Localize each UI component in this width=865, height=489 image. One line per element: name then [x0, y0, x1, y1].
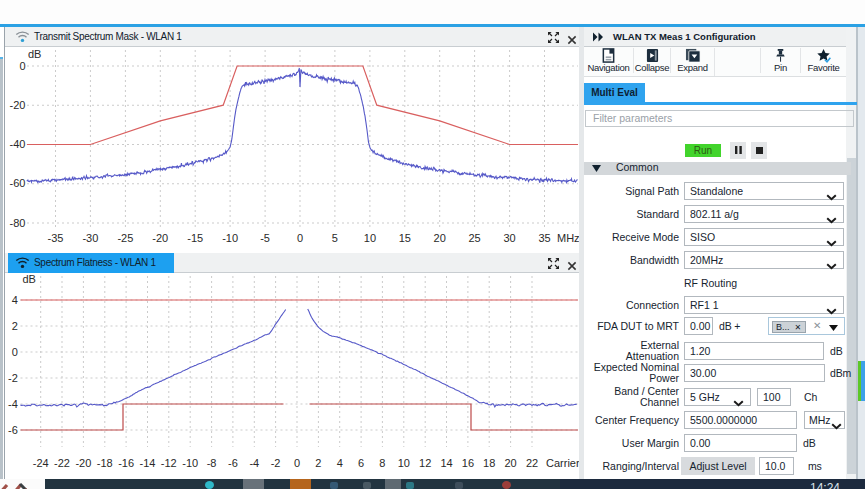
svg-text:-20: -20 [10, 99, 26, 111]
svg-text:dB: dB [28, 48, 41, 60]
svg-text:-18: -18 [97, 457, 113, 469]
svg-text:-60: -60 [10, 177, 26, 189]
svg-text:0: 0 [294, 457, 300, 469]
svg-text:-10: -10 [182, 457, 198, 469]
svg-text:15: 15 [399, 232, 411, 244]
svg-text:-30: -30 [82, 232, 98, 244]
svg-text:4: 4 [12, 294, 18, 306]
svg-text:-22: -22 [54, 457, 70, 469]
svg-text:-40: -40 [10, 138, 26, 150]
svg-text:-35: -35 [48, 232, 64, 244]
svg-text:4: 4 [337, 457, 343, 469]
svg-text:16: 16 [462, 457, 474, 469]
svg-text:0: 0 [19, 60, 25, 72]
svg-text:-20: -20 [75, 457, 91, 469]
svg-text:14: 14 [440, 457, 452, 469]
svg-text:2: 2 [315, 457, 321, 469]
svg-text:-12: -12 [161, 457, 177, 469]
svg-text:-8: -8 [207, 457, 217, 469]
svg-text:25: 25 [468, 232, 480, 244]
svg-text:20: 20 [434, 232, 446, 244]
svg-text:8: 8 [379, 457, 385, 469]
svg-text:-2: -2 [271, 457, 281, 469]
svg-text:2: 2 [12, 320, 18, 332]
svg-text:dB: dB [23, 273, 36, 285]
svg-text:-15: -15 [187, 232, 203, 244]
svg-text:20: 20 [504, 457, 516, 469]
svg-text:0: 0 [12, 346, 18, 358]
svg-text:5: 5 [332, 232, 338, 244]
svg-text:-24: -24 [33, 457, 49, 469]
svg-text:6: 6 [358, 457, 364, 469]
svg-text:0: 0 [297, 232, 303, 244]
svg-text:10: 10 [398, 457, 410, 469]
svg-text:-6: -6 [8, 424, 18, 436]
svg-text:-6: -6 [228, 457, 238, 469]
svg-text:-5: -5 [260, 232, 270, 244]
svg-text:-25: -25 [117, 232, 133, 244]
svg-text:-16: -16 [118, 457, 134, 469]
svg-text:-2: -2 [8, 372, 18, 384]
svg-text:-10: -10 [222, 232, 238, 244]
svg-text:-14: -14 [140, 457, 156, 469]
svg-text:12: 12 [419, 457, 431, 469]
svg-text:-4: -4 [8, 398, 18, 410]
svg-text:10: 10 [364, 232, 376, 244]
svg-text:30: 30 [503, 232, 515, 244]
svg-text:-80: -80 [10, 217, 26, 229]
svg-text:-4: -4 [249, 457, 259, 469]
svg-text:-20: -20 [152, 232, 168, 244]
svg-text:18: 18 [483, 457, 495, 469]
